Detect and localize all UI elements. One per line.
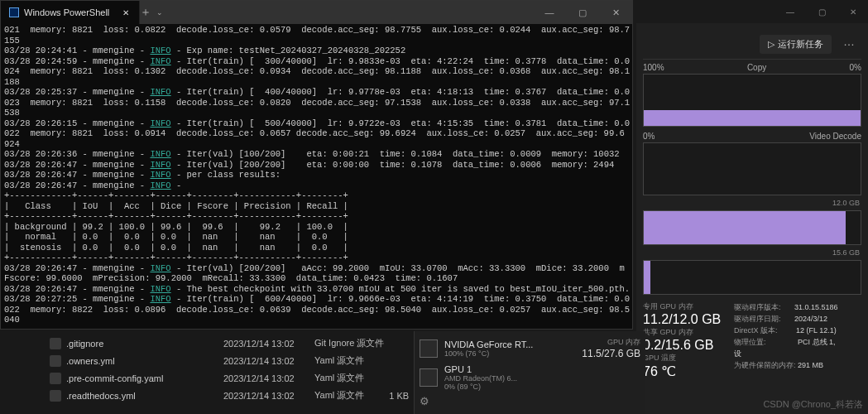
copy-pct: 100%	[643, 63, 664, 72]
file-row[interactable]: .pre-commit-config.yaml2023/12/14 13:02Y…	[0, 369, 414, 387]
run-new-task-button[interactable]: ▷运行新任务	[760, 35, 832, 54]
file-icon	[50, 390, 61, 402]
dedicated-max: 12.0 GB	[832, 199, 860, 207]
tab-title: Windows PowerShell	[24, 7, 109, 17]
run-icon: ▷	[768, 39, 774, 50]
file-row[interactable]: .owners.yml2023/12/14 13:02Yaml 源文件	[0, 352, 414, 369]
terminal-output[interactable]: 021 memory: 8821 loss: 0.0822 decode.los…	[1, 24, 632, 329]
dedicated-mem-val: 11.2/12.0 GB	[643, 312, 734, 327]
terminal-window: Windows PowerShell ✕ ＋⌄ — ▢ ✕ 021 memory…	[0, 0, 633, 330]
shared-mem-val: 0.2/15.6 GB	[643, 338, 734, 353]
new-tab-button[interactable]: ＋⌄	[139, 1, 162, 24]
file-explorer: .gitignore2023/12/14 13:02Git Ignore 源文件…	[0, 330, 414, 414]
gpu1-mini-chart	[420, 368, 438, 387]
tab-close-icon[interactable]: ✕	[121, 7, 131, 17]
dedicated-mem-chart	[643, 210, 861, 245]
gpu0-mini-chart	[420, 339, 438, 358]
gpu-temp-val: 76 ℃	[643, 363, 734, 379]
terminal-tab[interactable]: Windows PowerShell ✕	[1, 1, 139, 24]
tm-close[interactable]: ✕	[838, 0, 868, 23]
file-row[interactable]: .gitignore2023/12/14 13:02Git Ignore 源文件	[0, 335, 414, 352]
file-icon	[50, 338, 61, 349]
close-button[interactable]: ✕	[599, 1, 632, 24]
file-icon	[50, 373, 61, 384]
tm-maximize[interactable]: ▢	[807, 0, 837, 23]
decode-chart	[643, 142, 861, 195]
decode-pct: 0%	[643, 132, 655, 141]
taskmgr-titlebar: — ▢ ✕	[636, 0, 868, 23]
copy-right: 0%	[850, 63, 861, 72]
gpu-cards: NVIDIA GeForce RT...100% (76 °C) GPU 内存1…	[414, 331, 645, 414]
powershell-icon	[9, 7, 19, 17]
copy-chart	[643, 74, 861, 127]
shared-mem-chart	[643, 260, 861, 295]
settings-icon[interactable]: ⚙	[420, 395, 429, 407]
tm-minimize[interactable]: —	[775, 0, 805, 23]
minimize-button[interactable]: —	[533, 1, 566, 24]
maximize-button[interactable]: ▢	[566, 1, 599, 24]
chevron-down-icon[interactable]: ⌄	[156, 8, 163, 17]
file-icon	[50, 355, 61, 367]
file-row[interactable]: .readthedocs.yml2023/12/14 13:02Yaml 源文件…	[0, 387, 414, 404]
watermark: CSDN @Chrono_科若洛	[763, 398, 863, 411]
decode-label: Video Decode	[809, 132, 861, 141]
gpu1-card[interactable]: GPU 1AMD Radeon(TM) 6...0% (89 °C)	[420, 362, 640, 393]
taskmgr-panel: ▷运行新任务 … 100%Copy0% 0%Video Decode 12.0 …	[636, 23, 868, 414]
shared-max: 15.6 GB	[832, 248, 860, 257]
gpu0-card[interactable]: NVIDIA GeForce RT...100% (76 °C) GPU 内存1…	[420, 335, 640, 362]
terminal-titlebar[interactable]: Windows PowerShell ✕ ＋⌄ — ▢ ✕	[1, 1, 632, 24]
copy-label: Copy	[747, 63, 766, 72]
more-button[interactable]: …	[840, 35, 858, 54]
